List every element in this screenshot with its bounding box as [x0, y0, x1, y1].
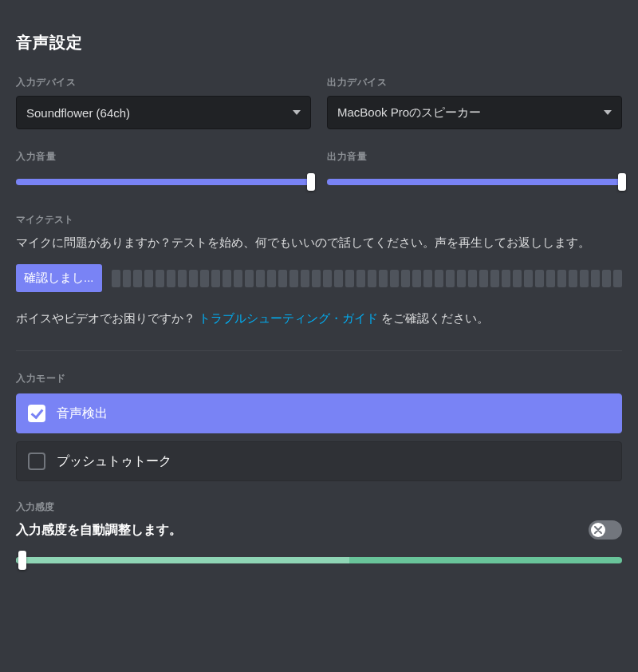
close-icon — [594, 526, 602, 534]
mic-test-label: マイクテスト — [16, 213, 622, 227]
output-device-value: MacBook Proのスピーカー — [337, 105, 481, 121]
input-device-label: 入力デバイス — [16, 76, 311, 89]
divider — [16, 350, 622, 351]
chevron-down-icon — [604, 110, 612, 115]
output-volume-label: 出力音量 — [327, 150, 622, 164]
auto-sensitivity-text: 入力感度を自動調整します。 — [16, 522, 182, 539]
input-device-value: Soundflower (64ch) — [26, 106, 130, 120]
mic-level-meter — [112, 270, 622, 287]
output-device-label: 出力デバイス — [327, 76, 622, 89]
output-device-select[interactable]: MacBook Proのスピーカー — [327, 96, 622, 129]
output-volume-slider[interactable] — [327, 175, 622, 189]
toggle-knob — [591, 523, 605, 537]
troubleshoot-link[interactable]: トラブルシューティング・ガイド — [199, 311, 378, 325]
sensitivity-slider[interactable] — [16, 552, 622, 568]
input-volume-slider[interactable] — [16, 175, 311, 189]
mic-test-button[interactable]: 確認しまし... — [16, 264, 102, 292]
mode-push-to-talk[interactable]: プッシュトゥトーク — [16, 441, 622, 481]
auto-sensitivity-toggle[interactable] — [589, 520, 622, 540]
input-volume-label: 入力音量 — [16, 150, 311, 164]
checkbox-checked-icon — [28, 405, 45, 422]
page-title: 音声設定 — [16, 32, 622, 53]
chevron-down-icon — [293, 110, 301, 115]
mic-test-description: マイクに問題がありますか？テストを始め、何でもいいので話してください。声を再生し… — [16, 233, 622, 251]
input-device-select[interactable]: Soundflower (64ch) — [16, 96, 311, 129]
help-text: ボイスやビデオでお困りですか？ トラブルシューティング・ガイド をご確認ください… — [16, 311, 622, 326]
help-prefix: ボイスやビデオでお困りですか？ — [16, 311, 199, 325]
sensitivity-label: 入力感度 — [16, 500, 622, 514]
mode-option-label: プッシュトゥトーク — [57, 453, 171, 470]
help-suffix: をご確認ください。 — [378, 311, 489, 325]
checkbox-unchecked-icon — [28, 453, 45, 470]
input-mode-label: 入力モード — [16, 372, 622, 385]
mode-voice-activity[interactable]: 音声検出 — [16, 393, 622, 433]
mode-option-label: 音声検出 — [57, 405, 108, 422]
